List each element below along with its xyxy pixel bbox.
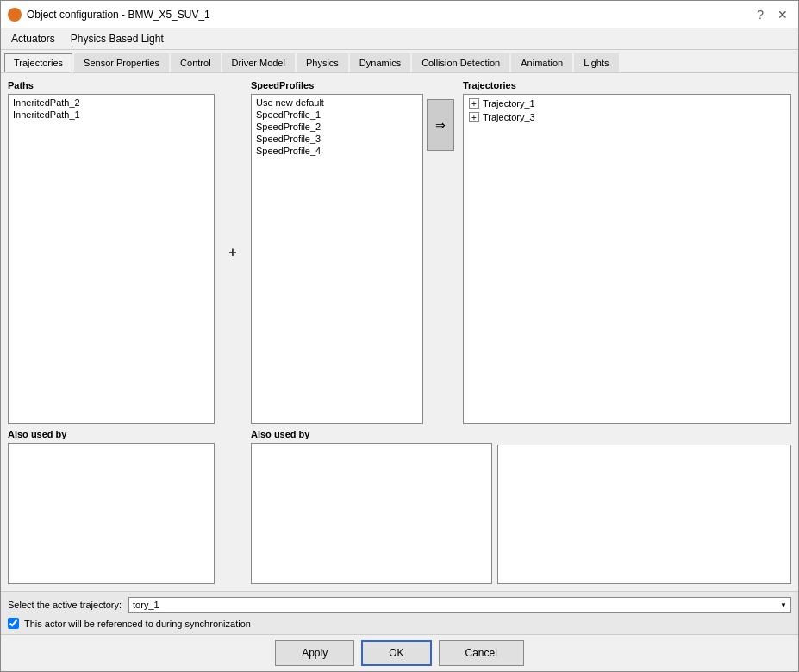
trajectories-label: Trajectories xyxy=(463,80,791,90)
sync-checkbox[interactable] xyxy=(8,618,19,629)
trajectory-dropdown[interactable]: tory_1 ▼ xyxy=(128,597,791,613)
expander-icon[interactable]: + xyxy=(469,98,479,109)
active-trajectory-row: Select the active trajectory: tory_1 ▼ xyxy=(8,597,791,613)
menu-physics-based-light[interactable]: Physics Based Light xyxy=(64,30,171,47)
tabs-container: Trajectories Sensor Properties Control D… xyxy=(1,50,798,73)
tab-physics[interactable]: Physics xyxy=(297,53,348,72)
speed-profiles-listbox[interactable]: Use new default SpeedProfile_1 SpeedProf… xyxy=(251,94,423,424)
paths-panel: Paths InheritedPath_2 InheritedPath_1 xyxy=(8,80,215,424)
window-title: Object configuration - BMW_X5_SUV_1 xyxy=(27,9,210,21)
right-empty-panel xyxy=(497,429,791,584)
speed-profiles-label: SpeedProfiles xyxy=(251,80,423,90)
list-item[interactable]: Use new default xyxy=(253,96,421,109)
middle-controls: + xyxy=(220,80,246,424)
also-used-paths-listbox[interactable] xyxy=(8,443,215,584)
paths-listbox[interactable]: InheritedPath_2 InheritedPath_1 xyxy=(8,94,215,424)
list-item[interactable]: SpeedProfile_3 xyxy=(253,133,421,145)
also-used-profiles-label: Also used by xyxy=(251,429,492,439)
tab-sensor-properties[interactable]: Sensor Properties xyxy=(74,53,169,72)
help-button[interactable]: ? xyxy=(753,6,767,23)
arrow-section: ⇒ xyxy=(423,80,458,424)
title-bar: Object configuration - BMW_X5_SUV_1 ? ✕ xyxy=(1,1,798,28)
tree-item[interactable]: + Trajectory_1 xyxy=(465,96,789,110)
content-area: Paths InheritedPath_2 InheritedPath_1 + … xyxy=(1,73,798,591)
footer-area: Select the active trajectory: tory_1 ▼ T… xyxy=(1,591,798,634)
also-used-profiles-panel: Also used by xyxy=(251,429,492,584)
list-item[interactable]: InheritedPath_1 xyxy=(10,109,212,121)
tab-lights[interactable]: Lights xyxy=(574,53,618,72)
ok-button[interactable]: OK xyxy=(361,640,431,666)
list-item[interactable]: InheritedPath_2 xyxy=(10,96,212,109)
active-trajectory-label: Select the active trajectory: xyxy=(8,600,122,610)
app-icon xyxy=(8,8,22,22)
tree-item[interactable]: + Trajectory_3 xyxy=(465,110,789,124)
speed-profiles-panel: SpeedProfiles Use new default SpeedProfi… xyxy=(251,80,423,424)
trajectory-dropdown-value: tory_1 xyxy=(133,600,159,610)
apply-button[interactable]: Apply xyxy=(275,640,354,666)
bottom-panels: Also used by Also used by xyxy=(8,429,791,584)
tab-control[interactable]: Control xyxy=(171,53,220,72)
arrow-right-button[interactable]: ⇒ xyxy=(427,99,454,151)
trajectory-item-label: Trajectory_1 xyxy=(483,98,535,109)
checkbox-row: This actor will be referenced to during … xyxy=(8,618,791,629)
cancel-button[interactable]: Cancel xyxy=(439,640,524,666)
also-used-paths-panel: Also used by xyxy=(8,429,215,584)
bottom-spacer xyxy=(220,429,246,584)
paths-label: Paths xyxy=(8,80,215,90)
tab-trajectories[interactable]: Trajectories xyxy=(4,53,72,72)
also-used-profiles-listbox[interactable] xyxy=(251,443,492,584)
right-empty-listbox[interactable] xyxy=(497,445,791,584)
list-item[interactable]: SpeedProfile_4 xyxy=(253,145,421,157)
expander-icon[interactable]: + xyxy=(469,112,479,122)
menu-bar: Actuators Physics Based Light xyxy=(1,28,798,50)
tab-collision-detection[interactable]: Collision Detection xyxy=(412,53,509,72)
sync-checkbox-label: This actor will be referenced to during … xyxy=(24,619,251,629)
arrow-right-icon: ⇒ xyxy=(435,118,446,132)
trajectory-item-label: Trajectory_3 xyxy=(483,112,535,122)
list-item[interactable]: SpeedProfile_1 xyxy=(253,109,421,121)
chevron-down-icon: ▼ xyxy=(780,601,787,609)
close-button[interactable]: ✕ xyxy=(774,6,791,23)
tab-animation[interactable]: Animation xyxy=(511,53,572,72)
main-panels: Paths InheritedPath_2 InheritedPath_1 + … xyxy=(8,80,791,424)
title-bar-left: Object configuration - BMW_X5_SUV_1 xyxy=(8,8,210,22)
speed-profiles-wrapper: SpeedProfiles Use new default SpeedProfi… xyxy=(251,80,458,424)
trajectories-panel: Trajectories + Trajectory_1 + Trajectory… xyxy=(463,80,791,424)
also-used-paths-label: Also used by xyxy=(8,429,215,439)
button-row: Apply OK Cancel xyxy=(1,634,798,671)
add-button[interactable]: + xyxy=(228,245,236,260)
menu-actuators[interactable]: Actuators xyxy=(4,30,62,47)
tab-driver-model[interactable]: Driver Model xyxy=(222,53,295,72)
list-item[interactable]: SpeedProfile_2 xyxy=(253,121,421,133)
main-window: Object configuration - BMW_X5_SUV_1 ? ✕ … xyxy=(0,0,799,672)
tab-dynamics[interactable]: Dynamics xyxy=(350,53,410,72)
title-bar-controls: ? ✕ xyxy=(753,6,791,23)
trajectories-listbox[interactable]: + Trajectory_1 + Trajectory_3 xyxy=(463,94,791,424)
